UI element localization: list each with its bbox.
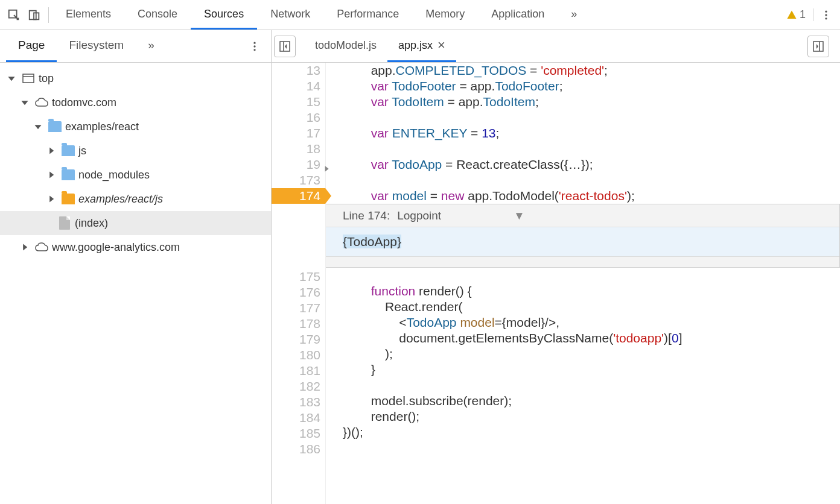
tree-top[interactable]: top [0, 66, 271, 90]
device-toggle-icon[interactable] [24, 5, 45, 25]
panel-tabs: Elements Console Sources Network Perform… [52, 0, 590, 30]
code-line: var TodoFooter = app.TodoFooter; [343, 78, 840, 94]
tree-domain-todomvc[interactable]: todomvc.com [0, 90, 271, 115]
code-line: function render() { [343, 283, 840, 299]
file-tree: top todomvc.com examples/react js node_m [0, 63, 271, 504]
close-icon[interactable]: × [438, 37, 445, 53]
tree-folder-node-modules[interactable]: node_modules [0, 163, 271, 187]
file-icon [58, 216, 71, 230]
tab-network[interactable]: Network [257, 0, 323, 30]
sidebar-tab-page[interactable]: Page [6, 30, 57, 62]
code-line: })(); [343, 424, 840, 440]
tree-folder-js[interactable]: js [0, 139, 271, 163]
tab-console[interactable]: Console [124, 0, 191, 30]
editor-tab-todomodel[interactable]: todoModel.js [304, 30, 387, 62]
tree-label: node_modules [78, 169, 150, 181]
panel-line-label: Line 174: [343, 209, 390, 222]
line-number[interactable]: 180 [272, 347, 320, 363]
code-line: model.subscribe(render); [343, 393, 840, 409]
caret-right-icon [18, 243, 31, 251]
cloud-icon [35, 242, 48, 252]
line-number[interactable]: 18 [272, 141, 320, 157]
toggle-navigator-button[interactable] [274, 36, 296, 57]
line-number[interactable]: 16 [272, 110, 320, 125]
tree-folder-examples-react-js[interactable]: examples/react/js [0, 187, 271, 211]
line-number[interactable]: 173 [272, 172, 320, 188]
tab-elements[interactable]: Elements [52, 0, 124, 30]
tree-label: examples/react/js [78, 193, 163, 206]
breakpoint-type-select[interactable]: Logpoint ▼ [397, 209, 525, 222]
line-number[interactable]: 181 [272, 363, 320, 379]
kebab-menu-icon[interactable] [816, 5, 836, 25]
tab-label: todoModel.js [315, 39, 377, 52]
tab-sources[interactable]: Sources [191, 0, 257, 30]
code-line: } [343, 362, 840, 377]
svg-point-3 [825, 10, 827, 12]
caret-right-icon [45, 195, 58, 203]
panel-footer [326, 256, 839, 267]
code-line: ); [343, 346, 840, 362]
editor-tab-app-jsx[interactable]: app.jsx × [387, 30, 456, 62]
divider [48, 7, 49, 23]
line-number[interactable]: 177 [272, 300, 320, 316]
code-line: <TodoApp model={model}/>, [343, 315, 840, 330]
svg-point-4 [825, 14, 827, 16]
caret-right-icon [45, 146, 58, 155]
line-number[interactable]: 184 [272, 410, 320, 426]
code-line: render(); [343, 409, 840, 424]
line-number[interactable]: 179 [272, 332, 320, 347]
fold-icon[interactable] [323, 160, 330, 168]
line-number[interactable]: 176 [272, 285, 320, 300]
line-number[interactable]: 19 [272, 157, 320, 172]
tab-application[interactable]: Application [478, 0, 558, 30]
sidebar-kebab-icon[interactable] [244, 36, 265, 57]
code-line [343, 110, 840, 125]
tree-label: top [39, 72, 54, 85]
caret-down-icon [18, 98, 31, 107]
cloud-icon [35, 98, 48, 107]
chevron-down-icon: ▼ [514, 209, 525, 222]
code-line [343, 440, 840, 456]
line-number[interactable]: 175 [272, 269, 320, 285]
line-number[interactable]: 13 [272, 63, 320, 78]
sidebar-tabs-more[interactable]: » [136, 30, 167, 62]
line-number[interactable]: 17 [272, 125, 320, 141]
line-number[interactable]: 14 [272, 78, 320, 94]
code-line: document.getElementsByClassName('todoapp… [343, 330, 840, 346]
tree-folder-examples-react[interactable]: examples/react [0, 115, 271, 139]
warning-count[interactable]: 1 [779, 8, 813, 21]
folder-icon [62, 145, 75, 156]
code-content[interactable]: app.COMPLETED_TODOS = 'completed'; var T… [326, 63, 840, 504]
toggle-debugger-button[interactable] [807, 36, 829, 57]
line-number[interactable]: 15 [272, 94, 320, 110]
line-number[interactable]: 185 [272, 426, 320, 441]
tree-domain-google-analytics[interactable]: www.google-analytics.com [0, 235, 271, 259]
line-number[interactable]: 183 [272, 394, 320, 410]
inspect-icon[interactable] [4, 5, 24, 25]
line-gutter[interactable]: 13 14 15 16 17 18 19 173 174 175 176 177… [272, 63, 326, 504]
tree-file-index[interactable]: (index) [0, 211, 271, 235]
code-line [343, 268, 840, 283]
tree-label: js [78, 145, 86, 157]
line-number[interactable]: 186 [272, 441, 320, 457]
line-number[interactable]: 178 [272, 316, 320, 332]
svg-point-6 [253, 42, 255, 43]
tabs-more[interactable]: » [558, 0, 590, 30]
tab-memory[interactable]: Memory [412, 0, 478, 30]
sidebar-tab-filesystem[interactable]: Filesystem [57, 30, 136, 62]
svg-rect-1 [30, 10, 36, 19]
line-number[interactable]: 182 [272, 379, 320, 394]
sidebar-tabs: Page Filesystem » [0, 30, 271, 63]
tab-performance[interactable]: Performance [323, 0, 412, 30]
svg-point-8 [253, 49, 255, 51]
source-editor: todoModel.js app.jsx × 13 14 15 16 17 18… [272, 30, 840, 504]
breakpoint-line-number[interactable]: 174 [272, 188, 325, 204]
code-line: var ENTER_KEY = 13; [343, 125, 840, 141]
navigator-sidebar: Page Filesystem » top todomvc.com e [0, 30, 272, 504]
code-area[interactable]: 13 14 15 16 17 18 19 173 174 175 176 177… [272, 63, 840, 504]
logpoint-expression-input[interactable]: {TodoApp} [326, 227, 839, 256]
tree-label: todomvc.com [52, 96, 116, 109]
select-value: Logpoint [397, 209, 441, 222]
warning-count-value: 1 [800, 8, 806, 21]
breakpoint-inline-editor: Line 174: Logpoint ▼ {TodoApp} [326, 204, 840, 268]
